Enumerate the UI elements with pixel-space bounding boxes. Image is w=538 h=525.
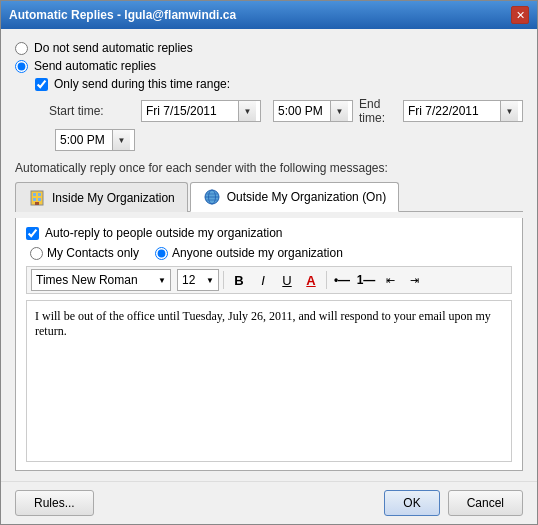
start-date-combo[interactable]: ▼	[141, 100, 261, 122]
tab-inside[interactable]: Inside My Organization	[15, 182, 188, 212]
main-window: Automatic Replies - lgula@flamwindi.ca ✕…	[0, 0, 538, 525]
window-content: Do not send automatic replies Send autom…	[1, 29, 537, 481]
svg-rect-1	[33, 193, 36, 196]
time-range-row: Only send during this time range:	[35, 77, 523, 91]
auto-reply-outside-checkbox[interactable]	[26, 227, 39, 240]
footer-right: OK Cancel	[384, 490, 523, 516]
tab-outside[interactable]: Outside My Organization (On)	[190, 182, 399, 212]
tab-panel-outside: Auto-reply to people outside my organiza…	[15, 218, 523, 471]
auto-reply-check-row: Auto-reply to people outside my organiza…	[26, 226, 512, 240]
only-send-label: Only send during this time range:	[54, 77, 230, 91]
send-autoreply-row: Send automatic replies	[15, 59, 523, 73]
font-color-button[interactable]: A	[300, 269, 322, 291]
decrease-indent-button[interactable]: ⇤	[379, 269, 401, 291]
time-grid: Start time: ▼ ▼ End time: ▼ ▼	[49, 97, 523, 151]
ok-button[interactable]: OK	[384, 490, 439, 516]
only-send-checkbox[interactable]	[35, 78, 48, 91]
no-autoreply-radio[interactable]	[15, 42, 28, 55]
cancel-button[interactable]: Cancel	[448, 490, 523, 516]
end-date-input[interactable]	[404, 101, 500, 121]
tab-outside-label: Outside My Organization (On)	[227, 190, 386, 204]
my-contacts-option: My Contacts only	[30, 246, 139, 260]
font-size-label: 12	[182, 273, 195, 287]
increase-indent-button[interactable]: ⇥	[403, 269, 425, 291]
end-time-label: End time:	[359, 97, 397, 125]
svg-rect-3	[33, 198, 36, 201]
rules-button[interactable]: Rules...	[15, 490, 94, 516]
start-date-dropdown-btn[interactable]: ▼	[238, 101, 256, 121]
svg-rect-4	[38, 198, 41, 201]
bold-button[interactable]: B	[228, 269, 250, 291]
size-dropdown[interactable]: 12 ▼	[177, 269, 219, 291]
tab-inside-label: Inside My Organization	[52, 191, 175, 205]
tabs-container: Inside My Organization Outside My Organi…	[15, 181, 523, 212]
svg-rect-5	[35, 202, 39, 205]
title-bar: Automatic Replies - lgula@flamwindi.ca ✕	[1, 1, 537, 29]
window-title: Automatic Replies - lgula@flamwindi.ca	[9, 8, 236, 22]
toolbar-separator-2	[326, 271, 327, 289]
close-button[interactable]: ✕	[511, 6, 529, 24]
underline-button[interactable]: U	[276, 269, 298, 291]
building-icon	[28, 189, 46, 207]
auto-section-label: Automatically reply once for each sender…	[15, 161, 523, 175]
globe-icon	[203, 188, 221, 206]
end-time-input[interactable]	[56, 130, 112, 150]
anyone-radio[interactable]	[155, 247, 168, 260]
svg-rect-2	[38, 193, 41, 196]
anyone-label: Anyone outside my organization	[172, 246, 343, 260]
no-autoreply-row: Do not send automatic replies	[15, 41, 523, 55]
font-dropdown[interactable]: Times New Roman ▼	[31, 269, 171, 291]
send-autoreply-label: Send automatic replies	[34, 59, 156, 73]
start-date-input[interactable]	[142, 101, 238, 121]
end-date-dropdown-btn[interactable]: ▼	[500, 101, 518, 121]
font-color-icon: A	[306, 273, 315, 288]
formatting-toolbar: Times New Roman ▼ 12 ▼ B I U A •— 1— ⇤ ⇥	[26, 266, 512, 294]
bullet-list-button[interactable]: •—	[331, 269, 353, 291]
font-name-label: Times New Roman	[36, 273, 138, 287]
start-time-input[interactable]	[274, 101, 330, 121]
numbered-list-button[interactable]: 1—	[355, 269, 377, 291]
font-dropdown-chevron: ▼	[158, 276, 166, 285]
auto-reply-outside-label: Auto-reply to people outside my organiza…	[45, 226, 282, 240]
end-time-combo[interactable]: ▼	[55, 129, 135, 151]
start-time-label: Start time:	[49, 104, 135, 118]
send-autoreply-radio[interactable]	[15, 60, 28, 73]
start-time-dropdown-btn[interactable]: ▼	[330, 101, 348, 121]
my-contacts-radio[interactable]	[30, 247, 43, 260]
anyone-option: Anyone outside my organization	[155, 246, 343, 260]
reply-options: Do not send automatic replies Send autom…	[15, 41, 523, 91]
no-autoreply-label: Do not send automatic replies	[34, 41, 193, 55]
end-time-dropdown-btn[interactable]: ▼	[112, 130, 130, 150]
end-date-combo[interactable]: ▼	[403, 100, 523, 122]
start-time-combo[interactable]: ▼	[273, 100, 353, 122]
contacts-row: My Contacts only Anyone outside my organ…	[30, 246, 512, 260]
toolbar-separator-1	[223, 271, 224, 289]
my-contacts-label: My Contacts only	[47, 246, 139, 260]
footer: Rules... OK Cancel	[1, 481, 537, 524]
message-textarea[interactable]: I will be out of the office until Tuesda…	[26, 300, 512, 462]
size-dropdown-chevron: ▼	[206, 276, 214, 285]
italic-button[interactable]: I	[252, 269, 274, 291]
